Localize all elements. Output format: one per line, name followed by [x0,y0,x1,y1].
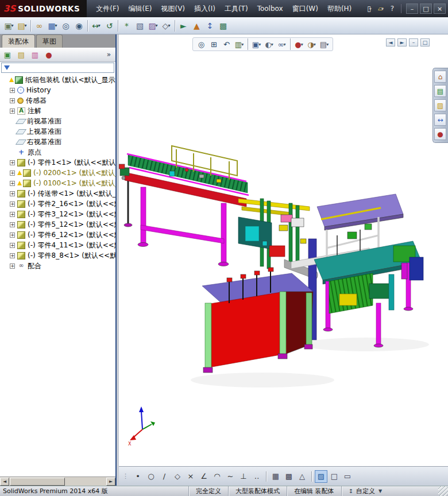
tree-row[interactable]: 右视基准面 [0,137,115,147]
expand-icon[interactable]: + [10,264,15,269]
mate-icon[interactable]: ∞ [33,19,46,33]
dropdown-arrow-icon[interactable]: ▾ [369,6,372,11]
menu-item-5[interactable]: 工具(T) [220,2,253,16]
expand-icon[interactable]: + [10,88,15,93]
toolbar-drag-handle[interactable]: ⋮ [122,472,129,480]
zoom-fit-icon[interactable]: ◎ [195,38,207,50]
tree-row[interactable]: +(-) 零件2_16<1> (默认<<默 [0,199,115,209]
window-minimize-icon[interactable]: – [409,38,418,46]
snap-arc-icon[interactable]: ◠ [211,470,223,483]
panel-collapse-button[interactable]: » [104,51,114,59]
tree-row[interactable]: +(-) 零件4_11<1> (默认<<默认 [0,240,115,250]
resize-grip[interactable] [438,486,448,496]
scroll-thumb[interactable] [10,478,65,486]
expand-icon[interactable]: + [10,160,15,165]
snap-point-icon[interactable]: • [132,470,144,483]
dropdown-arrow-icon[interactable]: ▾ [55,23,57,28]
tree-row[interactable]: +∞配合 [0,261,115,271]
rotate-component-icon[interactable]: ↺ [103,19,116,33]
tree-row[interactable]: +(-) 0100<1> (默认<默认_ [0,178,115,188]
expand-icon[interactable]: + [10,222,15,227]
menu-item-4[interactable]: 插入(I) [190,2,220,16]
graphics-area[interactable]: X ◎⊞↶▥▾▣▾◐▾∞▾●▾◑▾▤▾ ◄►–□ ⌂▤▨↔● [119,34,448,466]
tree-row[interactable]: +(-) 传送带<1> (默认<默认_5 [0,188,115,199]
view-settings-icon[interactable]: ▤▾ [318,38,330,50]
tree-row[interactable]: +(-) 零件6_12<1> (默认<<默认 [0,230,115,240]
expand-icon[interactable]: + [10,212,15,217]
move-component-icon[interactable]: ↔▾ [90,19,103,33]
tree-row[interactable]: +·History [0,85,115,95]
menu-item-2[interactable]: 编辑(E) [124,2,157,16]
snap-center-icon[interactable]: ○ [145,470,157,483]
tree-row[interactable]: +(-) 零件1<1> (默认<<默认>_ [0,157,115,168]
motion-study-icon[interactable]: ► [177,19,190,33]
component-pattern-icon[interactable]: ▦▾ [46,19,59,33]
dropdown-arrow-icon[interactable]: ▾ [283,42,285,47]
infeed-conveyor[interactable] [119,146,249,266]
zoom-area-icon[interactable]: ⊞ [208,38,220,50]
tree-filter-bar[interactable] [1,63,114,73]
scroll-right-button[interactable]: ► [106,478,115,486]
new-part-icon[interactable]: ▤▾ [16,19,29,33]
menu-item-7[interactable]: 窗口(W) [288,2,323,16]
snap-polygon-icon[interactable]: ◇ [171,470,184,483]
dropdown-arrow-icon[interactable]: ▾ [381,6,384,11]
dropdown-arrow-icon[interactable]: ▾ [258,42,261,47]
instant3d-icon[interactable]: ↕ [203,19,217,33]
design-library-icon[interactable]: ▤ [434,85,446,97]
dropdown-arrow-icon[interactable]: ▾ [11,23,14,28]
new-document-icon[interactable]: ▯▾ [364,3,375,14]
maximize-button[interactable]: □ [420,3,432,14]
dropdown-arrow-icon[interactable]: ▾ [168,23,170,28]
work-table[interactable] [202,268,313,373]
dropdown-arrow-icon[interactable]: ▾ [326,42,329,47]
window-restore-icon[interactable]: □ [420,38,430,46]
display-style-icon[interactable]: ◐▾ [263,38,275,50]
large-assembly-settings-icon[interactable]: ▩ [217,19,230,33]
file-explorer-icon[interactable]: ▨ [434,99,446,111]
displaymanager-icon[interactable]: ● [43,49,55,60]
menu-item-1[interactable]: 文件(F) [91,2,123,16]
outfeed-table[interactable] [314,241,423,347]
tree-row[interactable]: +原点 [0,147,115,157]
menu-item-3[interactable]: 视图(V) [156,2,190,16]
panel-tab-1[interactable]: 装配体 [2,34,35,48]
scroll-track[interactable] [9,478,106,486]
tree-row[interactable]: 纸箱包装机 (默认<默认_显示 [0,75,115,85]
snap-intersection-icon[interactable]: × [184,470,197,483]
tree-horizontal-scrollbar[interactable]: ◄ ► [0,476,115,486]
hidden-lines-icon[interactable]: ▭ [341,470,354,483]
exploded-view-icon[interactable]: ▲ [190,19,203,33]
snap-midpoint-icon[interactable]: ‥ [250,470,263,483]
insert-components-icon[interactable]: ▣▾ [2,19,16,33]
dropdown-arrow-icon[interactable]: ▾ [314,42,316,47]
shaded-sketch-contours-icon[interactable]: ▨ [315,470,327,483]
expand-icon[interactable]: + [10,243,15,248]
expand-icon[interactable]: + [10,170,15,176]
view-palette-icon[interactable]: ↔ [434,114,446,126]
minimize-button[interactable]: – [406,3,418,14]
close-button[interactable]: × [434,3,446,14]
expand-icon[interactable]: + [10,181,15,186]
tree-row[interactable]: +(-) 零件3_12<1> (默认<<默认 [0,209,115,219]
component-preview-icon[interactable]: ◎ [59,19,72,33]
expand-icon[interactable]: + [10,191,15,196]
tree-row[interactable]: 上视基准面 [0,126,115,137]
dropdown-arrow-icon[interactable]: ▾ [156,23,158,28]
wireframe-display-icon[interactable]: □ [328,470,341,483]
tree-row[interactable]: +A注解 [0,106,115,116]
snap-line-icon[interactable]: / [158,470,171,483]
help-icon[interactable]: ? [387,3,398,14]
solidworks-resources-icon[interactable]: ⌂ [434,71,446,83]
edit-appearance-icon[interactable]: ●▾ [293,38,305,50]
tree-row[interactable]: +(-) 零件5_12<1> (默认<<默 [0,219,115,230]
dropdown-arrow-icon[interactable]: ▾ [271,42,273,47]
assembly-features-icon[interactable]: ▨▾ [146,19,160,33]
expand-icon[interactable]: + [10,202,15,207]
window-forward-icon[interactable]: ► [397,38,407,46]
carton-packing-machine[interactable] [119,146,423,373]
snap-to-grid-icon[interactable]: ▩ [283,470,295,483]
appearances-scenes-icon[interactable]: ● [434,128,446,140]
expand-icon[interactable]: + [10,108,15,114]
dropdown-arrow-icon[interactable]: ▾ [25,23,27,28]
